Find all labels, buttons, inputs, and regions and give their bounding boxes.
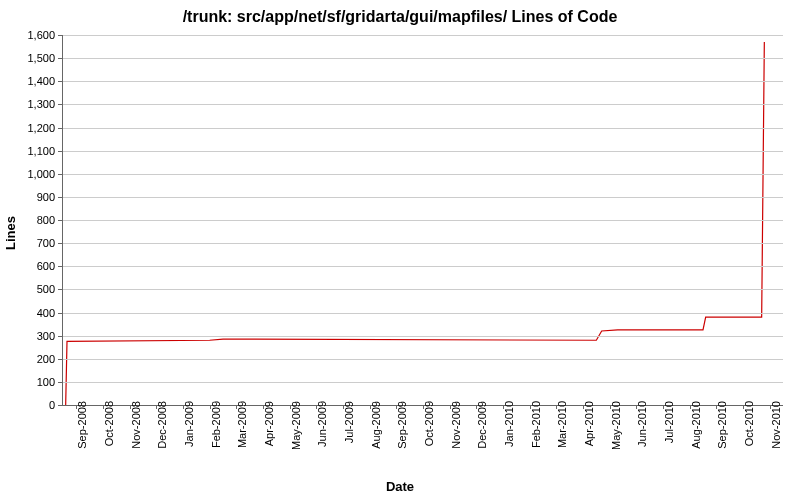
x-tick-label: Apr-2010 <box>583 401 595 446</box>
x-tick-label: May-2009 <box>290 401 302 450</box>
x-tick-label: Jun-2009 <box>316 401 328 447</box>
y-tick-label: 300 <box>0 330 55 342</box>
data-line <box>66 42 765 405</box>
grid-line <box>63 289 783 290</box>
y-tick-label: 200 <box>0 353 55 365</box>
grid-line <box>63 313 783 314</box>
grid-line <box>63 128 783 129</box>
grid-line <box>63 151 783 152</box>
y-tick-label: 400 <box>0 307 55 319</box>
grid-line <box>63 336 783 337</box>
grid-line <box>63 359 783 360</box>
y-tick-label: 1,600 <box>0 29 55 41</box>
chart-container: /trunk: src/app/net/sf/gridarta/gui/mapf… <box>0 0 800 500</box>
plot-area: Sep-2008Oct-2008Nov-2008Dec-2008Jan-2009… <box>62 35 783 406</box>
x-tick-label: Jun-2010 <box>636 401 648 447</box>
grid-line <box>63 266 783 267</box>
x-tick-label: Jul-2010 <box>663 401 675 443</box>
grid-line <box>63 58 783 59</box>
x-tick-label: Mar-2009 <box>236 401 248 448</box>
y-tick-label: 1,400 <box>0 75 55 87</box>
grid-line <box>63 382 783 383</box>
y-tick-label: 1,100 <box>0 145 55 157</box>
y-tick-label: 600 <box>0 260 55 272</box>
y-tick-label: 100 <box>0 376 55 388</box>
x-tick-label: Dec-2008 <box>156 401 168 449</box>
x-tick-label: Oct-2009 <box>423 401 435 446</box>
y-tick-label: 0 <box>0 399 55 411</box>
grid-line <box>63 197 783 198</box>
x-tick-label: Sep-2008 <box>76 401 88 449</box>
x-tick-label: Jan-2009 <box>183 401 195 447</box>
x-axis-label: Date <box>386 479 414 494</box>
x-tick-label: Oct-2010 <box>743 401 755 446</box>
x-tick-label: Nov-2009 <box>450 401 462 449</box>
x-tick-label: Aug-2009 <box>370 401 382 449</box>
chart-title: /trunk: src/app/net/sf/gridarta/gui/mapf… <box>0 0 800 26</box>
x-tick-label: Jul-2009 <box>343 401 355 443</box>
x-tick-label: Dec-2009 <box>476 401 488 449</box>
x-tick-label: Aug-2010 <box>690 401 702 449</box>
x-tick-label: Nov-2010 <box>770 401 782 449</box>
x-tick-label: Mar-2010 <box>556 401 568 448</box>
x-tick-label: Sep-2010 <box>716 401 728 449</box>
grid-line <box>63 220 783 221</box>
y-tick-label: 1,300 <box>0 98 55 110</box>
x-tick-label: Jan-2010 <box>503 401 515 447</box>
grid-line <box>63 81 783 82</box>
y-tick-label: 800 <box>0 214 55 226</box>
y-tick-label: 1,200 <box>0 122 55 134</box>
x-tick-label: May-2010 <box>610 401 622 450</box>
y-tick-label: 500 <box>0 283 55 295</box>
x-tick-label: Feb-2010 <box>530 401 542 448</box>
x-tick-label: Oct-2008 <box>103 401 115 446</box>
x-tick-label: Apr-2009 <box>263 401 275 446</box>
x-tick-label: Nov-2008 <box>130 401 142 449</box>
grid-line <box>63 243 783 244</box>
y-tick-label: 1,500 <box>0 52 55 64</box>
y-tick-label: 700 <box>0 237 55 249</box>
grid-line <box>63 35 783 36</box>
x-tick-label: Feb-2009 <box>210 401 222 448</box>
grid-line <box>63 174 783 175</box>
y-tick-label: 1,000 <box>0 168 55 180</box>
y-tick-label: 900 <box>0 191 55 203</box>
x-tick-label: Sep-2009 <box>396 401 408 449</box>
grid-line <box>63 104 783 105</box>
